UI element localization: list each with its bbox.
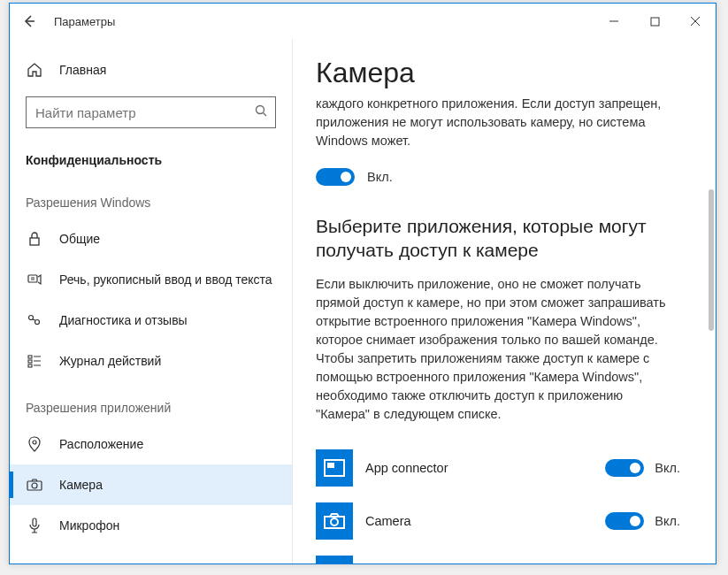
- svg-point-4: [29, 316, 34, 320]
- nav-item-label: Диагностика и отзывы: [59, 313, 188, 327]
- nav-item-general[interactable]: Общие: [10, 218, 292, 259]
- diagnostics-icon: [26, 312, 43, 328]
- nav-item-label: Расположение: [59, 437, 143, 451]
- svg-point-9: [33, 441, 36, 444]
- back-arrow-icon: [22, 14, 36, 28]
- app-row-camera: Camera Вкл.: [316, 494, 680, 548]
- maximize-icon: [650, 17, 660, 27]
- close-button[interactable]: [675, 7, 716, 35]
- app-toggle[interactable]: [605, 512, 644, 530]
- scrollbar-track[interactable]: [705, 39, 716, 564]
- master-toggle[interactable]: [316, 168, 355, 186]
- settings-window: Параметры Главная: [9, 3, 717, 564]
- home-icon: [26, 62, 43, 78]
- nav-item-diagnostics[interactable]: Диагностика и отзывы: [10, 300, 292, 341]
- titlebar: Параметры: [10, 4, 716, 39]
- nav-item-camera[interactable]: Камера: [10, 464, 292, 505]
- app-connector-icon: [316, 449, 353, 487]
- back-button[interactable]: [10, 4, 49, 39]
- lock-icon: [26, 231, 43, 247]
- search-icon: [255, 104, 267, 120]
- intro-paragraph: каждого конкретного приложения. Если дос…: [316, 95, 680, 150]
- window-title: Параметры: [49, 15, 115, 28]
- svg-rect-2: [30, 238, 39, 245]
- master-toggle-row: Вкл.: [316, 168, 680, 186]
- nav-item-location[interactable]: Расположение: [10, 424, 292, 464]
- section-header: Конфиденциальность: [10, 141, 292, 176]
- svg-rect-6: [28, 356, 32, 358]
- master-toggle-label: Вкл.: [367, 170, 393, 184]
- nav-item-label: Журнал действий: [59, 354, 161, 368]
- svg-point-1: [257, 106, 264, 114]
- close-icon: [690, 16, 701, 27]
- home-label: Главная: [59, 63, 106, 77]
- app-toggle-label: Вкл.: [655, 461, 680, 475]
- svg-point-11: [32, 483, 37, 488]
- microphone-icon: [26, 518, 43, 533]
- svg-point-5: [35, 320, 40, 325]
- search-input[interactable]: [26, 96, 276, 128]
- location-icon: [26, 436, 43, 452]
- app-list: App connector Вкл. Camera В: [316, 441, 680, 564]
- minimize-icon: [609, 16, 619, 27]
- window-body: Главная Конфиденциальность Разрешения Wi…: [10, 39, 716, 564]
- svg-rect-12: [33, 518, 36, 526]
- activity-icon: [26, 353, 43, 369]
- page-title: Камера: [316, 57, 680, 89]
- nav-item-activity[interactable]: Журнал действий: [10, 341, 292, 381]
- home-nav[interactable]: Главная: [10, 52, 292, 88]
- nav-group-app-permissions: Разрешения приложений: [10, 381, 292, 424]
- sidebar: Главная Конфиденциальность Разрешения Wi…: [10, 39, 293, 564]
- nav-item-label: Микрофон: [59, 518, 119, 533]
- camera-app-icon: [316, 502, 353, 540]
- scrollbar-thumb[interactable]: [709, 189, 714, 331]
- nav-item-label: Общие: [59, 232, 100, 246]
- nav-item-speech[interactable]: Речь, рукописный ввод и ввод текста: [10, 259, 292, 300]
- app-name: Camera: [365, 514, 593, 528]
- content-pane: Камера каждого конкретного приложения. Е…: [293, 39, 716, 564]
- speech-icon: [26, 272, 43, 288]
- apps-subheading: Выберите приложения, которые могут получ…: [316, 214, 670, 263]
- search-container: [10, 88, 292, 141]
- app-toggle[interactable]: [605, 459, 644, 477]
- svg-rect-3: [28, 275, 37, 282]
- svg-rect-7: [28, 360, 32, 363]
- nav-item-label: Камера: [59, 478, 103, 492]
- app-row-app-connector: App connector Вкл.: [316, 441, 680, 494]
- nav-item-microphone[interactable]: Микрофон: [10, 505, 292, 546]
- maximize-button[interactable]: [634, 7, 675, 35]
- app-toggle-label: Вкл.: [655, 514, 680, 528]
- barcode-scanner-icon: [316, 556, 353, 564]
- svg-rect-8: [28, 364, 32, 367]
- app-name: App connector: [365, 461, 593, 475]
- camera-icon: [26, 478, 43, 492]
- svg-rect-0: [651, 18, 659, 26]
- nav-group-windows-permissions: Разрешения Windows: [10, 176, 292, 218]
- app-row-barcode: CameraBarcodeScannerPreview Откл.: [316, 548, 680, 564]
- nav-item-label: Речь, рукописный ввод и ввод текста: [59, 272, 272, 287]
- apps-description: Если выключить приложение, оно не сможет…: [316, 275, 680, 424]
- svg-rect-14: [327, 463, 334, 468]
- minimize-button[interactable]: [594, 7, 634, 35]
